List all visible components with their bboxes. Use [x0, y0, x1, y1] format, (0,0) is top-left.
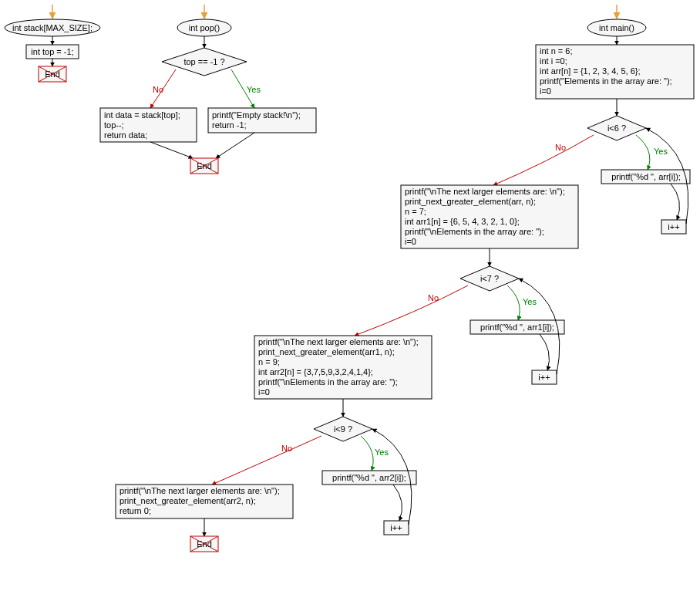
stack-decl-label: int stack[MAX_SIZE]; [12, 23, 93, 32]
no-label: No [428, 293, 439, 302]
no-label: No [153, 85, 163, 94]
pop-yes-l2: return -1; [212, 120, 247, 130]
yes-label: Yes [654, 147, 668, 156]
block2-l1: printf("\nThe next larger elements are: … [405, 187, 565, 196]
block2-l3: n = 7; [405, 207, 426, 216]
edge [393, 485, 402, 521]
edge [540, 334, 549, 370]
main-init-l3: int arr[n] = {1, 2, 3, 4, 5, 6}; [540, 66, 641, 76]
block2-l4: int arr1[n] = {6, 5, 4, 3, 2, 1, 0}; [405, 217, 520, 226]
main-init-l5: i=0 [540, 86, 551, 96]
pop-no-l2: top--; [104, 120, 124, 130]
subchart-main: int main() int n = 6; int i =0; int arr[… [116, 5, 694, 552]
print2-label: printf("%d ", arr1[i]); [480, 323, 554, 332]
main-init-l1: int n = 6; [540, 46, 573, 56]
block3-l1: printf("\nThe next larger elements are: … [258, 337, 419, 346]
block2-l6: i=0 [405, 237, 416, 246]
cond1-label: i<6 ? [607, 123, 626, 133]
edge [671, 184, 680, 220]
block2-l2: print_next_greater_element(arr, n); [405, 197, 536, 206]
print3-label: printf("%d ", arr2[i]); [332, 473, 406, 482]
edge-yes [636, 135, 650, 170]
flowchart-canvas: int stack[MAX_SIZE]; int top = -1; End i… [0, 0, 700, 591]
inc3-label: i++ [390, 523, 402, 532]
no-label: No [281, 444, 292, 453]
pop-yes-l1: printf("Empty stack!\n"); [212, 110, 301, 120]
block3-l3: n = 9; [258, 357, 280, 366]
inc1-label: i++ [668, 222, 679, 231]
block4-l1: printf("\nThe next larger elements are: … [119, 486, 280, 495]
block4-l3: return 0; [119, 506, 151, 515]
edge [216, 133, 254, 158]
edge-yes [507, 285, 520, 320]
no-label: No [555, 143, 566, 152]
yes-label: Yes [523, 297, 537, 306]
block2-l5: printf("\nElements in the array are: "); [405, 227, 544, 236]
pop-no-l3: return data; [104, 130, 147, 140]
cond3-label: i<9 ? [334, 424, 352, 434]
main-init-l4: printf("Elements in the array are: "); [540, 76, 672, 86]
end-label: End [45, 69, 60, 79]
pop-no-l1: int data = stack[top]; [104, 110, 180, 120]
edge-yes [361, 436, 373, 471]
print1-label: printf("%d ", arr[i]); [611, 172, 681, 181]
end-node: End [39, 66, 66, 82]
main-decl-label: int main() [599, 23, 634, 32]
edge-no [212, 436, 321, 485]
inc2-label: i++ [538, 373, 550, 382]
edge [150, 142, 193, 158]
edge-no [355, 285, 468, 336]
end-node: End [190, 158, 218, 174]
end-label: End [197, 539, 212, 549]
block4-l2: print_next_greater_element(arr2, n); [119, 496, 256, 505]
end-node: End [190, 536, 218, 552]
edge-no [493, 135, 594, 185]
main-init-l2: int i =0; [540, 56, 567, 66]
pop-decl-label: int pop() [189, 23, 220, 32]
block3-l6: i=0 [258, 387, 270, 397]
end-label: End [197, 161, 212, 171]
pop-cond-label: top == -1 ? [183, 57, 224, 66]
block3-l5: printf("\nElements in the array are: "); [258, 377, 398, 387]
block3-l4: int arr2[n] = {3,7,5,9,3,2,4,1,4}; [258, 367, 373, 377]
subchart-pop: int pop() top == -1 ? No int data = stac… [100, 5, 316, 174]
subchart-stack: int stack[MAX_SIZE]; int top = -1; End [5, 5, 100, 82]
yes-label: Yes [375, 447, 389, 457]
block3-l2: print_next_greater_element(arr1, n); [258, 347, 395, 356]
top-init-label: int top = -1; [31, 47, 73, 56]
yes-label: Yes [247, 85, 261, 94]
cond2-label: i<7 ? [480, 274, 499, 283]
